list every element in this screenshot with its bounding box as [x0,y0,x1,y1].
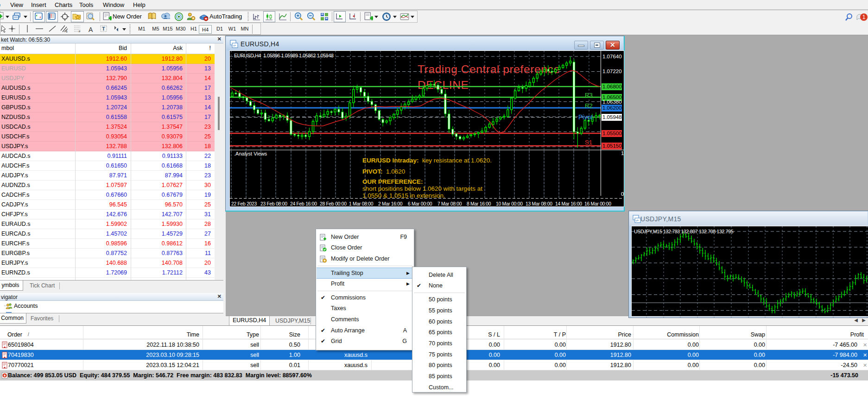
svg-text:1: 1 [862,14,866,20]
svg-text:E: E [66,30,68,33]
svg-text:F: F [79,30,81,33]
svg-text:T: T [102,26,105,31]
